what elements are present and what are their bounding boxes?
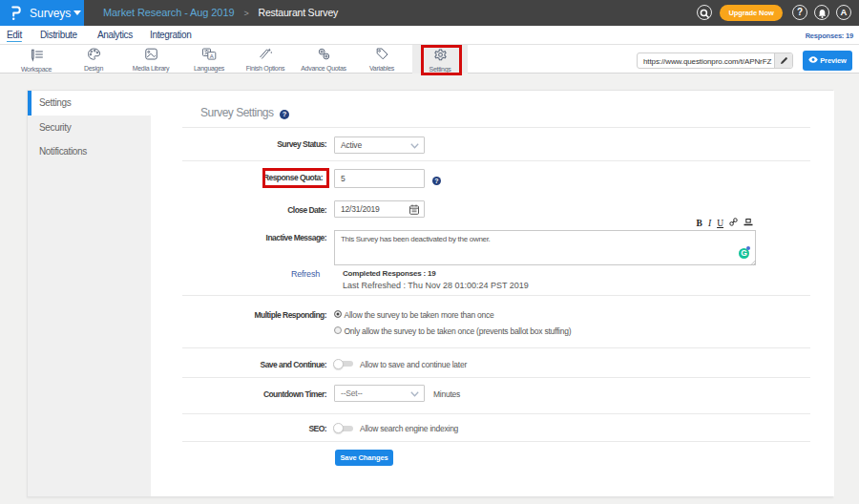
- svg-text:A: A: [210, 52, 214, 58]
